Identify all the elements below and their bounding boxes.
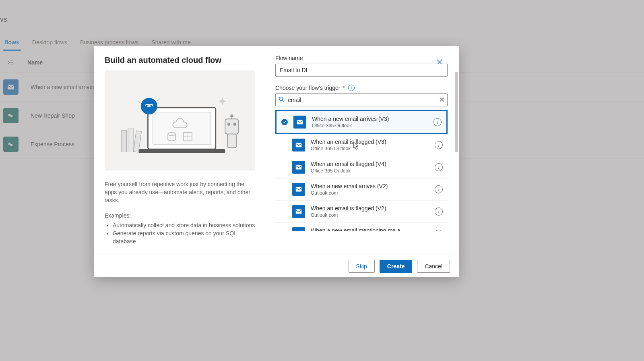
example-item: Generate reports via custom queries on y…	[113, 229, 255, 245]
trigger-connector: Outlook.com	[311, 212, 431, 218]
cancel-button[interactable]: Cancel	[417, 260, 450, 273]
info-icon[interactable]: i	[348, 85, 355, 91]
trigger-title: When a new email mentioning me a...	[311, 227, 431, 231]
svg-rect-11	[225, 119, 239, 134]
scrollbar[interactable]	[455, 72, 458, 152]
trigger-connector: Office 365 Outlook	[312, 122, 430, 129]
trigger-title: When an email is flagged (V4)	[311, 160, 431, 168]
close-icon	[440, 97, 444, 102]
dialog-footer: Skip Create Cancel	[94, 255, 459, 277]
flow-name-label: Flow name	[275, 55, 448, 61]
create-button[interactable]: Create	[380, 260, 413, 273]
outlook-icon	[292, 205, 305, 218]
outlook-icon	[292, 139, 305, 151]
outlook-icon	[292, 227, 305, 231]
trigger-section-label: Choose your flow's trigger *	[275, 85, 345, 91]
svg-rect-9	[128, 128, 133, 152]
info-icon[interactable]: i	[433, 118, 442, 126]
info-icon[interactable]: i	[435, 163, 443, 171]
skip-button[interactable]: Skip	[349, 260, 375, 273]
trigger-list[interactable]: When a new email arrives (V3) Office 365…	[275, 110, 448, 231]
flow-name-input[interactable]	[275, 64, 448, 77]
example-item: Automatically collect and store data in …	[113, 221, 255, 229]
svg-line-21	[283, 100, 284, 102]
svg-rect-2	[153, 112, 211, 144]
svg-line-19	[157, 99, 160, 101]
trigger-title: When an email is flagged (V2)	[311, 205, 431, 212]
trigger-title: When an email is flagged (V3)	[311, 138, 431, 145]
svg-point-12	[227, 123, 230, 126]
svg-line-18	[138, 101, 140, 103]
svg-rect-3	[138, 149, 225, 153]
svg-rect-23	[296, 143, 301, 147]
examples-label: Examples:	[105, 212, 255, 219]
build-flow-dialog: Build an automated cloud flow	[94, 46, 459, 277]
svg-rect-14	[227, 134, 236, 148]
trigger-title: When a new email arrives (V2)	[311, 183, 431, 190]
trigger-connector: Outlook.com	[311, 190, 431, 196]
outlook-icon	[292, 161, 305, 174]
illustration	[105, 71, 255, 170]
dialog-description: Free yourself from repetitive work just …	[105, 180, 255, 204]
trigger-title: When a new email arrives (V3)	[312, 115, 430, 122]
svg-rect-24	[296, 165, 301, 170]
required-asterisk: *	[343, 85, 345, 91]
trigger-search-input[interactable]	[275, 93, 448, 106]
svg-rect-8	[121, 130, 126, 152]
trigger-item-when-new-email-arrives-v3[interactable]: When a new email arrives (V3) Office 365…	[275, 110, 448, 134]
trigger-item-when-email-mentioning-me[interactable]: When a new email mentioning me a... Outl…	[275, 223, 448, 231]
outlook-icon	[293, 116, 306, 129]
info-icon[interactable]: i	[435, 230, 443, 231]
examples-list: Automatically collect and store data in …	[105, 221, 255, 245]
clear-search-button[interactable]	[440, 97, 444, 103]
outlook-icon	[292, 183, 305, 196]
svg-point-20	[279, 97, 283, 101]
trigger-item-when-email-flagged-v3[interactable]: When an email is flagged (V3) Office 365…	[275, 134, 448, 156]
trigger-connector: Office 365 Outlook	[311, 168, 431, 174]
info-icon[interactable]: i	[435, 207, 443, 216]
trigger-item-when-email-flagged-v2[interactable]: When an email is flagged (V2) Outlook.co…	[275, 201, 448, 223]
trigger-connector: Office 365 Outlook	[311, 145, 431, 152]
svg-point-13	[233, 123, 236, 126]
svg-rect-26	[296, 210, 301, 214]
dialog-left-panel: Build an automated cloud flow	[94, 46, 266, 255]
trigger-item-when-new-email-arrives-v2[interactable]: When a new email arrives (V2) Outlook.co…	[275, 178, 448, 201]
dialog-right-panel: Flow name Choose your flow's trigger * i	[266, 46, 459, 255]
trigger-item-when-email-flagged-v4[interactable]: When an email is flagged (V4) Office 365…	[275, 156, 448, 178]
dialog-title: Build an automated cloud flow	[105, 56, 255, 65]
info-icon[interactable]: i	[435, 141, 443, 149]
svg-rect-22	[297, 120, 303, 124]
search-icon	[279, 96, 284, 104]
radio-selected-icon	[281, 119, 288, 125]
info-icon[interactable]: i	[435, 185, 443, 193]
svg-rect-25	[296, 187, 301, 192]
